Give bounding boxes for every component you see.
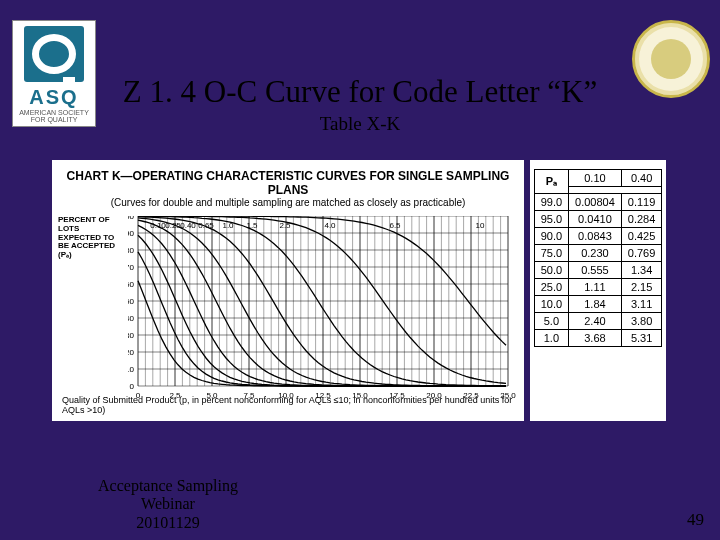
pa-col: 0.10 xyxy=(569,170,622,187)
oc-chart-panel: CHART K—OPERATING CHARACTERISTIC CURVES … xyxy=(52,160,524,421)
slide-subtitle: Table X-K xyxy=(105,113,615,135)
chart-subtitle: (Curves for double and multiple sampling… xyxy=(52,197,524,208)
asq-tagline: AMERICAN SOCIETY FOR QUALITY xyxy=(13,109,95,123)
pa-cell: 0.284 xyxy=(621,211,662,228)
footer-line: Acceptance Sampling xyxy=(98,477,238,494)
pa-cell: 3.11 xyxy=(621,296,662,313)
slide-title: Z 1. 4 O-C Curve for Code Letter “K” xyxy=(105,74,615,110)
svg-text:1.5: 1.5 xyxy=(246,221,258,230)
svg-text:20: 20 xyxy=(128,348,135,357)
svg-text:30: 30 xyxy=(128,331,135,340)
svg-text:100: 100 xyxy=(128,216,135,221)
svg-text:0.65: 0.65 xyxy=(198,221,214,230)
page-number: 49 xyxy=(687,510,704,530)
svg-text:0.25: 0.25 xyxy=(165,221,181,230)
svg-text:90: 90 xyxy=(128,229,135,238)
chart-title: CHART K—OPERATING CHARACTERISTIC CURVES … xyxy=(52,160,524,197)
svg-text:60: 60 xyxy=(128,280,135,289)
footer-line: Webinar xyxy=(141,495,195,512)
oc-chart-plot: 1009080706050403020100 02.55.07.510.012.… xyxy=(128,216,520,400)
pa-row-label: 95.0 xyxy=(534,211,568,228)
footer: Acceptance Sampling Webinar 20101129 xyxy=(88,477,248,532)
pa-cell: 1.34 xyxy=(621,262,662,279)
pa-cell: 0.230 xyxy=(569,245,622,262)
pa-cell: 0.555 xyxy=(569,262,622,279)
pa-row-label: 50.0 xyxy=(534,262,568,279)
pa-cell: 1.11 xyxy=(569,279,622,296)
pa-cell: 0.769 xyxy=(621,245,662,262)
asq-text: ASQ xyxy=(13,86,95,109)
svg-text:0.40: 0.40 xyxy=(180,221,196,230)
slide: ASQ AMERICAN SOCIETY FOR QUALITY Z 1. 4 … xyxy=(0,0,720,540)
pa-header: Pₐ xyxy=(534,170,568,194)
pa-table-panel: Pₐ 0.10 0.40 99.00.008040.11995.00.04100… xyxy=(530,160,666,421)
svg-text:70: 70 xyxy=(128,263,135,272)
svg-text:6.5: 6.5 xyxy=(389,221,401,230)
pa-cell: 2.40 xyxy=(569,313,622,330)
seal-logo xyxy=(632,20,710,98)
pa-row-label: 1.0 xyxy=(534,330,568,347)
chart-y-label: PERCENT OF LOTS EXPECTED TO BE ACCEPTED … xyxy=(58,216,124,260)
pa-cell: 1.84 xyxy=(569,296,622,313)
chart-x-label: Quality of Submitted Product (p, in perc… xyxy=(62,395,524,415)
svg-text:4.0: 4.0 xyxy=(324,221,336,230)
asq-q-icon xyxy=(24,26,84,82)
svg-text:40: 40 xyxy=(128,314,135,323)
pa-row-label: 90.0 xyxy=(534,228,568,245)
svg-text:10: 10 xyxy=(476,221,485,230)
pa-cell: 0.425 xyxy=(621,228,662,245)
svg-text:50: 50 xyxy=(128,297,135,306)
asq-logo: ASQ AMERICAN SOCIETY FOR QUALITY xyxy=(12,20,96,127)
pa-cell: 3.68 xyxy=(569,330,622,347)
pa-col: 0.40 xyxy=(621,170,662,187)
pa-cell: 0.119 xyxy=(621,194,662,211)
pa-table: Pₐ 0.10 0.40 99.00.008040.11995.00.04100… xyxy=(534,169,663,347)
pa-cell: 3.80 xyxy=(621,313,662,330)
pa-cell: 0.0843 xyxy=(569,228,622,245)
pa-cell: 0.00804 xyxy=(569,194,622,211)
pa-cell: 5.31 xyxy=(621,330,662,347)
pa-row-label: 75.0 xyxy=(534,245,568,262)
pa-row-label: 99.0 xyxy=(534,194,568,211)
svg-text:10: 10 xyxy=(128,365,135,374)
svg-text:1.0: 1.0 xyxy=(222,221,234,230)
pa-row-label: 25.0 xyxy=(534,279,568,296)
pa-row-label: 10.0 xyxy=(534,296,568,313)
footer-line: 20101129 xyxy=(136,514,199,531)
svg-text:0.10: 0.10 xyxy=(150,221,166,230)
svg-text:2.5: 2.5 xyxy=(279,221,291,230)
svg-text:0: 0 xyxy=(130,382,135,391)
pa-cell: 0.0410 xyxy=(569,211,622,228)
pa-row-label: 5.0 xyxy=(534,313,568,330)
pa-cell: 2.15 xyxy=(621,279,662,296)
svg-text:80: 80 xyxy=(128,246,135,255)
